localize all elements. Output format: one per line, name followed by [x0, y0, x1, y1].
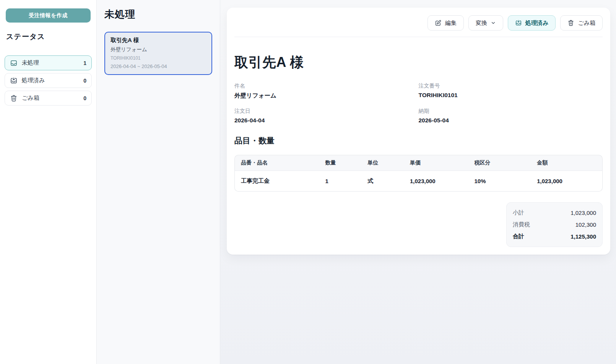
- subtotal-value: 1,023,000: [570, 210, 596, 216]
- sidebar-item-count: 1: [83, 60, 86, 66]
- trash-button-label: ごみ箱: [578, 20, 595, 27]
- order-fields: 件名 外壁リフォーム 注文番号 TORIHIKI0101 注文日 2026-04…: [234, 83, 603, 124]
- totals-wrap: 小計 1,023,000 消費税 102,300 合計 1,125,300: [234, 202, 603, 247]
- sidebar-item-processed[interactable]: 処理済み 0: [5, 73, 92, 88]
- field-delivery-date: 納期 2026-05-04: [419, 108, 603, 124]
- list-panel: 未処理 取引先A 様 外壁リフォーム TORIHIKI0101 2026-04-…: [97, 0, 220, 364]
- detail-title: 取引先A 様: [234, 53, 603, 72]
- cell-tax-class: 10%: [468, 171, 531, 192]
- sidebar-item-label: 処理済み: [22, 77, 45, 84]
- pencil-square-icon: [435, 20, 442, 26]
- status-section-title: ステータス: [6, 32, 90, 42]
- table-header-row: 品番・品名 数量 単位 単価 税区分 金額: [234, 155, 603, 171]
- table-row: 工事完工金 1 式 1,023,000 10% 1,023,000: [234, 171, 603, 192]
- field-value: 外壁リフォーム: [234, 92, 419, 100]
- sidebar-item-label: 未処理: [22, 59, 39, 67]
- trash-button[interactable]: ごみ箱: [560, 15, 603, 31]
- sidebar-item-count: 0: [83, 78, 86, 84]
- trash-icon: [10, 94, 18, 102]
- cell-qty: 1: [319, 171, 361, 192]
- totals-box: 小計 1,023,000 消費税 102,300 合計 1,125,300: [506, 202, 603, 247]
- col-header-tax-class: 税区分: [468, 155, 531, 171]
- total-row: 合計 1,125,300: [513, 231, 596, 242]
- list-panel-title: 未処理: [104, 8, 212, 21]
- edit-button[interactable]: 編集: [427, 15, 464, 31]
- field-value: TORIHIKI0101: [419, 92, 603, 99]
- chevron-down-icon: [491, 20, 496, 26]
- col-header-qty: 数量: [319, 155, 361, 171]
- convert-button[interactable]: 変換: [468, 15, 503, 31]
- col-header-amount: 金額: [531, 155, 603, 171]
- field-order-number: 注文番号 TORIHIKI0101: [419, 83, 603, 100]
- order-list-item[interactable]: 取引先A 様 外壁リフォーム TORIHIKI0101 2026-04-04 ~…: [104, 32, 212, 75]
- field-label: 納期: [419, 108, 603, 115]
- items-section-title: 品目・数量: [234, 135, 603, 146]
- toolbar: 編集 変換: [234, 15, 603, 37]
- inbox-icon: [10, 59, 18, 67]
- total-label: 合計: [513, 233, 524, 240]
- tax-value: 102,300: [575, 221, 596, 228]
- field-order-date: 注文日 2026-04-04: [234, 108, 419, 124]
- order-subject: 外壁リフォーム: [111, 46, 206, 53]
- field-value: 2026-04-04: [234, 117, 419, 124]
- app-window: 受注情報を作成 ステータス 未処理 1 処理済み 0: [0, 0, 616, 364]
- col-header-unit: 単位: [361, 155, 404, 171]
- col-header-unit-price: 単価: [404, 155, 468, 171]
- sidebar-item-trash[interactable]: ごみ箱 0: [5, 91, 92, 106]
- mark-processed-button[interactable]: 処理済み: [508, 15, 556, 31]
- order-number: TORIHIKI0101: [111, 55, 206, 61]
- tax-row: 消費税 102,300: [513, 219, 596, 231]
- total-value: 1,125,300: [570, 233, 596, 240]
- col-header-item: 品番・品名: [234, 155, 319, 171]
- inbox-arrow-down-icon: [515, 20, 522, 26]
- field-label: 件名: [234, 83, 419, 89]
- tax-label: 消費税: [513, 221, 530, 228]
- trash-icon: [567, 20, 574, 26]
- edit-button-label: 編集: [445, 20, 457, 27]
- items-table: 品番・品名 数量 単位 単価 税区分 金額 工事完工金 1 式 1,023,00…: [234, 155, 603, 192]
- field-label: 注文日: [234, 108, 419, 115]
- sidebar-item-count: 0: [83, 95, 86, 101]
- inbox-arrow-down-icon: [10, 77, 18, 84]
- cell-amount: 1,023,000: [531, 171, 603, 192]
- field-label: 注文番号: [419, 83, 603, 89]
- cell-item-name: 工事完工金: [234, 171, 319, 192]
- field-value: 2026-05-04: [419, 117, 603, 124]
- cell-unit-price: 1,023,000: [404, 171, 468, 192]
- subtotal-row: 小計 1,023,000: [513, 207, 596, 219]
- cell-unit: 式: [361, 171, 404, 192]
- order-customer: 取引先A 様: [111, 37, 206, 44]
- convert-button-label: 変換: [476, 20, 487, 27]
- create-order-button[interactable]: 受注情報を作成: [6, 8, 91, 23]
- main-area: 編集 変換: [220, 0, 616, 364]
- sidebar: 受注情報を作成 ステータス 未処理 1 処理済み 0: [0, 0, 97, 364]
- order-period: 2026-04-04 ~ 2026-05-04: [111, 63, 206, 69]
- sidebar-item-unprocessed[interactable]: 未処理 1: [5, 55, 92, 70]
- field-subject: 件名 外壁リフォーム: [234, 83, 419, 100]
- mark-processed-label: 処理済み: [525, 20, 548, 27]
- sidebar-item-label: ごみ箱: [22, 94, 39, 102]
- subtotal-label: 小計: [513, 209, 524, 216]
- order-detail-card: 編集 変換: [227, 8, 610, 255]
